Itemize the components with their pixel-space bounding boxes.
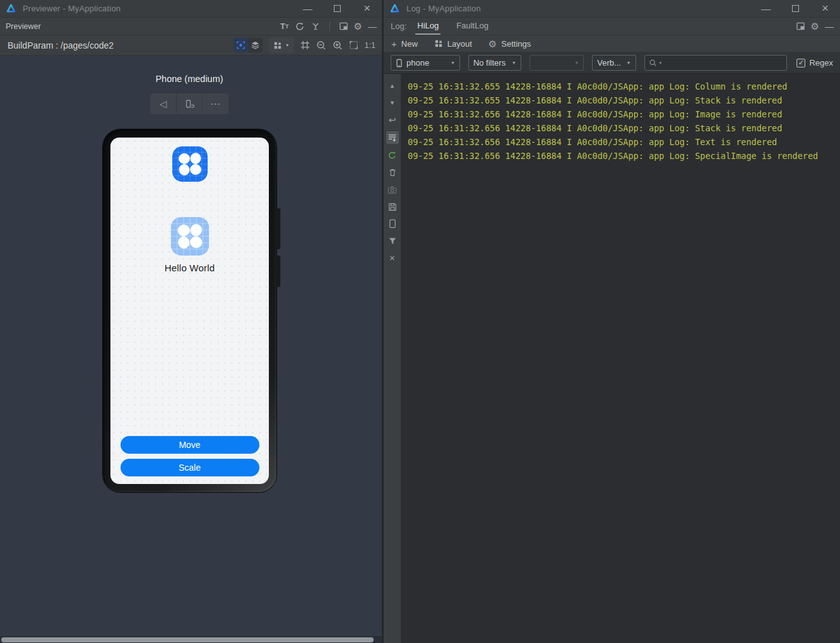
save-log-icon[interactable] [386,201,399,212]
hide-panel-icon[interactable]: — [368,21,377,32]
soft-wrap-button[interactable]: ↩ [386,114,399,125]
panel-layout-icon[interactable] [339,21,348,31]
device-title: Phone (medium) [0,74,379,84]
log-tab-actions: ⚙ — [796,21,836,32]
minimize-button[interactable]: — [751,0,781,17]
log-filter-bar: phone ▼ No filters ▼ ▼ Verb... ▼ ▼ [384,52,840,74]
back-button[interactable]: ◁ [150,93,176,114]
phone-screen: Hello World Move Scale [110,138,269,484]
new-session-button[interactable]: + New [391,38,418,49]
zoom-in-icon[interactable] [333,40,343,50]
log-gutter-toolbar: ▲ ▼ ↩ [384,74,401,643]
log-line: 09-25 16:31:32.656 14228-16884 I A0c0d0/… [408,135,840,149]
plus-icon: + [391,38,397,49]
window-title: Previewer - MyApplication [23,4,121,13]
rotate-device-button[interactable] [176,93,203,114]
toolbar-separator [329,21,330,31]
deveco-logo-icon [6,3,16,14]
search-input[interactable] [664,58,783,68]
regex-checkbox[interactable]: ✓ [796,59,805,68]
preview-view-actions: ▼ [234,37,376,53]
zoom-ratio-label[interactable]: 1:1 [365,41,376,50]
refresh-icon[interactable] [295,21,305,32]
phone-mockup: Hello World Move Scale [103,129,276,492]
device-filter-dropdown[interactable]: phone ▼ [391,55,460,71]
crop-frame-icon[interactable] [300,40,310,50]
search-options-caret-icon[interactable]: ▼ [659,61,663,65]
close-button[interactable]: × [810,0,840,17]
horizontal-scrollbar-track [0,636,382,643]
level-filter-dropdown[interactable]: Verb... ▼ [592,55,636,71]
close-panel-button[interactable]: × [386,252,399,263]
app-clover-icon [172,146,208,182]
check-icon: ✓ [798,59,804,67]
panel-layout-icon[interactable] [796,21,805,31]
fit-to-screen-icon[interactable] [349,40,358,50]
hello-world-label: Hello World [110,263,269,273]
gear-icon: ⚙ [488,39,497,49]
touch-plug-icon[interactable] [311,21,321,32]
log-titlebar: Log - MyApplication — × [384,0,840,18]
regex-label: Regex [809,58,833,68]
horizontal-scrollbar-thumb[interactable] [1,637,374,642]
grid-icon [273,41,282,50]
inspector-mode-button[interactable] [234,38,248,52]
regex-toggle[interactable]: ✓ Regex [796,58,833,68]
window-controls: — × [293,0,382,17]
maximize-button[interactable] [781,0,810,17]
previewer-settings-gear-icon[interactable]: ⚙ [354,21,362,31]
deveco-logo-icon [389,3,400,14]
log-window: Log - MyApplication — × Log: HiLog Fault… [382,0,840,643]
search-icon [649,59,657,67]
log-line: 09-25 16:31:32.656 14228-16884 I A0c0d0/… [408,149,840,163]
clear-log-trash-icon[interactable] [386,167,399,178]
minimize-button[interactable]: — [293,0,322,17]
tab-hilog[interactable]: HiLog [415,18,441,35]
close-button[interactable]: × [352,0,382,17]
log-body: ▲ ▼ ↩ [384,74,840,643]
scroll-up-button[interactable]: ▲ [386,80,399,91]
screenshot-camera-icon[interactable] [386,184,399,195]
window-controls: — × [751,0,840,17]
previewer-toolbar: Previewer TT [0,18,382,35]
preview-canvas: Phone (medium) ◁ ⋯ [0,56,382,643]
device-view-icon[interactable] [386,218,399,229]
layout-grid-icon [434,39,443,48]
tag-filter-dropdown[interactable]: ▼ [529,55,584,71]
log-search-box[interactable]: ▼ [644,55,788,71]
buildparam-bar: BuildParam : /pages/code2 [0,35,382,56]
text-size-icon[interactable]: TT [280,21,288,31]
log-label: Log: [391,21,406,31]
scroll-to-end-button[interactable] [386,131,399,144]
app-clover-icon-light [170,217,209,256]
level-filter-value: Verb... [597,58,621,68]
components-dropdown[interactable]: ▼ [269,37,294,53]
process-filter-dropdown[interactable]: No filters ▼ [468,55,521,71]
more-options-button[interactable]: ⋯ [202,93,228,114]
maximize-button[interactable] [322,0,352,17]
preview-mode-toggle [234,38,263,52]
scale-button[interactable]: Scale [121,459,259,476]
settings-label: Settings [501,39,531,49]
settings-button[interactable]: ⚙ Settings [488,39,531,49]
log-line: 09-25 16:31:32.655 14228-16884 I A0c0d0/… [408,80,840,93]
tab-faultlog[interactable]: FaultLog [454,18,490,35]
zoom-out-icon[interactable] [316,40,326,50]
chevron-down-icon: ▼ [574,61,579,65]
log-settings-gear-icon[interactable]: ⚙ [811,21,819,31]
scroll-down-button[interactable]: ▼ [386,97,399,108]
layers-mode-button[interactable] [248,38,263,52]
device-control-group: ◁ ⋯ [150,93,228,114]
hide-panel-icon[interactable]: — [825,21,834,32]
previewer-toolbar-actions: TT ⚙ [280,21,377,32]
chevron-down-icon: ▼ [512,61,516,65]
restart-session-button[interactable] [386,150,399,161]
chevron-down-icon: ▼ [451,61,455,65]
buildparam-label: BuildParam : /pages/code2 [8,40,114,50]
log-line: 09-25 16:31:32.655 14228-16884 I A0c0d0/… [408,93,840,107]
filter-funnel-icon[interactable] [386,235,399,246]
maximize-icon [334,5,341,12]
window-title: Log - MyApplication [406,4,481,13]
move-button[interactable]: Move [121,436,259,454]
layout-button[interactable]: Layout [434,39,472,49]
